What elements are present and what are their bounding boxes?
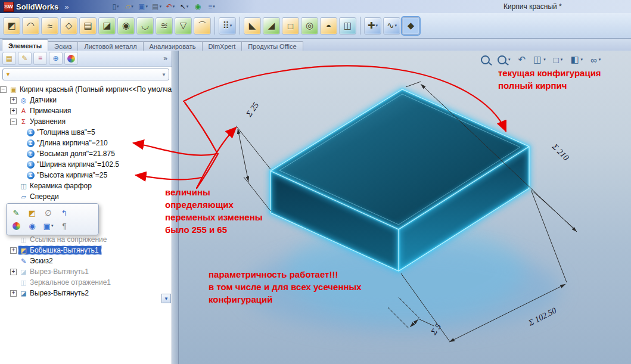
hide-icon[interactable]: ◉ bbox=[26, 220, 38, 232]
swept-cut-icon[interactable]: ≋ bbox=[156, 17, 173, 35]
hole-wizard-icon[interactable]: ◉ bbox=[117, 17, 135, 35]
tree-item[interactable]: ◫Зеркальное отражение1 bbox=[0, 277, 172, 288]
hide-show-items-icon[interactable]: ∞▾ bbox=[589, 54, 602, 66]
dropdown-caret-icon[interactable]: ▾ bbox=[145, 4, 148, 9]
mirror-icon[interactable]: ◫ bbox=[339, 17, 356, 35]
tree-item[interactable]: +AПримечания bbox=[0, 105, 172, 116]
dropdown-caret-icon[interactable]: ▾ bbox=[230, 23, 232, 28]
tree-item[interactable]: +◎Датчики bbox=[0, 95, 172, 105]
new-document-icon[interactable]: ▯▾ bbox=[110, 1, 122, 12]
lofted-boss-icon[interactable]: ◇ bbox=[60, 17, 77, 35]
dome-icon[interactable]: ◓ bbox=[320, 17, 337, 35]
expand-icon[interactable]: + bbox=[10, 290, 17, 297]
dropdown-caret-icon[interactable]: ▾ bbox=[186, 4, 189, 9]
featuremanager-tab-icon[interactable]: ▤ bbox=[2, 52, 16, 65]
rib-icon[interactable]: ◣ bbox=[244, 17, 261, 35]
extruded-cut-icon[interactable]: ◪ bbox=[98, 17, 116, 35]
dropdown-caret-icon[interactable]: ▾ bbox=[508, 57, 511, 62]
file-properties-icon[interactable]: ≡▾ bbox=[206, 1, 217, 12]
dropdown-caret-icon[interactable]: ▾ bbox=[117, 4, 119, 9]
zoom-fit-icon[interactable] bbox=[480, 55, 491, 65]
tree-item[interactable]: ◫Ссылка на сопряжение bbox=[0, 234, 172, 245]
undo-icon[interactable]: ↶▾ bbox=[164, 1, 176, 12]
view-orientation-icon[interactable]: □▾ bbox=[552, 54, 564, 66]
command-tab[interactable]: Элементы bbox=[2, 39, 48, 51]
display-style-icon[interactable]: ◧▾ bbox=[569, 54, 584, 66]
filter-caret-icon[interactable]: ▼ bbox=[161, 72, 166, 77]
dropdown-caret-icon[interactable]: ▾ bbox=[561, 57, 563, 62]
tree-item[interactable]: +◩Бобышка-Вытянуть1 bbox=[0, 245, 172, 256]
display-pane-icon[interactable]: ▣▾ bbox=[42, 220, 54, 232]
draft-icon[interactable]: ◢ bbox=[263, 17, 280, 35]
command-tab[interactable]: Эскиз bbox=[48, 41, 78, 51]
previous-view-icon[interactable]: ↶ bbox=[517, 54, 527, 66]
instant3d-icon[interactable]: ◆ bbox=[402, 17, 419, 35]
tree-item[interactable]: +◪Вырез-Вытянуть2 bbox=[0, 288, 172, 298]
panel-splitter[interactable] bbox=[172, 51, 179, 364]
dropdown-caret-icon[interactable]: ▾ bbox=[131, 4, 133, 9]
edit-feature-icon[interactable]: ◩ bbox=[26, 207, 38, 219]
reference-geometry-icon[interactable]: ✚▾ bbox=[364, 17, 381, 35]
dropdown-caret-icon[interactable]: ▾ bbox=[173, 4, 175, 9]
displaymanager-tab-icon[interactable] bbox=[64, 52, 78, 65]
suppress-icon[interactable]: ∅ bbox=[42, 207, 54, 219]
comment-icon[interactable]: ¶ bbox=[58, 220, 70, 232]
select-icon[interactable]: ↖▾ bbox=[178, 1, 190, 12]
curves-icon[interactable]: ∿▾ bbox=[383, 17, 400, 35]
command-tab[interactable]: DimXpert bbox=[202, 41, 243, 51]
linear-pattern-icon[interactable]: ⠿▾ bbox=[219, 17, 236, 35]
appearance-icon[interactable] bbox=[10, 220, 22, 232]
collapse-icon[interactable]: − bbox=[0, 86, 7, 93]
dropdown-caret-icon[interactable]: ▾ bbox=[581, 57, 583, 62]
expand-icon[interactable]: + bbox=[10, 108, 17, 114]
tree-item[interactable]: Σ"Длина кирпича"=210 bbox=[0, 138, 172, 148]
dropdown-caret-icon[interactable]: ▾ bbox=[159, 4, 161, 9]
tree-item[interactable]: Σ"Толщина шва"=5 bbox=[0, 127, 172, 138]
dimxpertmanager-tab-icon[interactable]: ⊕ bbox=[49, 52, 63, 65]
tree-item[interactable]: ✎Эскиз2 bbox=[0, 256, 172, 266]
tree-scroll-down-button[interactable]: ▼ bbox=[161, 294, 171, 303]
zoom-area-icon[interactable]: ▾ bbox=[496, 55, 512, 65]
command-tab[interactable]: Анализировать bbox=[143, 41, 203, 51]
dropdown-caret-icon[interactable]: ▾ bbox=[51, 223, 54, 228]
tree-item[interactable]: ◫Керамика фарфор bbox=[0, 181, 172, 191]
dropdown-caret-icon[interactable]: ▾ bbox=[599, 57, 601, 62]
rollback-icon[interactable]: ↰ bbox=[58, 207, 70, 219]
configurationmanager-tab-icon[interactable]: ≡ bbox=[33, 52, 47, 65]
tree-filter-input[interactable] bbox=[13, 70, 159, 79]
expand-icon[interactable]: + bbox=[10, 269, 17, 275]
expand-icon[interactable]: + bbox=[10, 247, 17, 254]
length-dimension-label[interactable]: Σ 210 bbox=[550, 142, 571, 163]
dropdown-caret-icon[interactable]: ▾ bbox=[213, 4, 215, 9]
section-view-icon[interactable]: ◫▾ bbox=[532, 54, 547, 66]
propertymanager-tab-icon[interactable]: ✎ bbox=[18, 52, 32, 65]
revolved-boss-icon[interactable]: ◠ bbox=[22, 17, 39, 35]
fillet-icon[interactable]: ⌒ bbox=[194, 17, 211, 35]
tree-item[interactable]: +◪Вырез-Вытянуть1 bbox=[0, 266, 172, 277]
dropdown-caret-icon[interactable]: ▾ bbox=[543, 57, 546, 62]
revolved-cut-icon[interactable]: ◡ bbox=[136, 17, 154, 35]
dropdown-caret-icon[interactable]: ▾ bbox=[376, 23, 378, 28]
open-icon[interactable]: ▱▾ bbox=[123, 1, 135, 12]
tree-item[interactable]: ▱Спереди bbox=[0, 191, 172, 202]
collapse-icon[interactable]: − bbox=[10, 119, 17, 125]
save-icon[interactable]: ▣▾ bbox=[137, 1, 149, 12]
rebuild-icon[interactable]: ◉ bbox=[192, 1, 204, 12]
command-tab[interactable]: Продукты Office bbox=[241, 41, 303, 51]
tree-item[interactable]: Σ"Ширина кирпича"=102.5 bbox=[0, 159, 172, 170]
height-dimension-label[interactable]: Σ 25 bbox=[244, 101, 261, 119]
swept-boss-icon[interactable]: ≈ bbox=[41, 17, 58, 35]
lofted-cut-icon[interactable]: ▽ bbox=[175, 17, 192, 35]
dropdown-caret-icon[interactable]: ▾ bbox=[395, 23, 397, 28]
print-icon[interactable]: ▤▾ bbox=[151, 1, 163, 12]
tree-item[interactable]: −▣Кирпич красный (Полный кирпич<<По умол… bbox=[0, 84, 172, 95]
edit-sketch-icon[interactable]: ✎ bbox=[10, 207, 22, 219]
tree-item[interactable]: −ΣУравнения bbox=[0, 116, 172, 127]
tree-item[interactable]: Σ"Высота кирпича"=25 bbox=[0, 170, 172, 181]
tree-item[interactable]: Σ"Восьмая доля"=21.875 bbox=[0, 148, 172, 159]
wrap-icon[interactable]: ◎ bbox=[301, 17, 318, 35]
boundary-boss-icon[interactable]: ▤ bbox=[79, 17, 97, 35]
expand-icon[interactable]: + bbox=[10, 97, 17, 104]
panel-overflow-icon[interactable]: » bbox=[161, 54, 169, 63]
command-tab[interactable]: Листовой металл bbox=[77, 41, 143, 51]
